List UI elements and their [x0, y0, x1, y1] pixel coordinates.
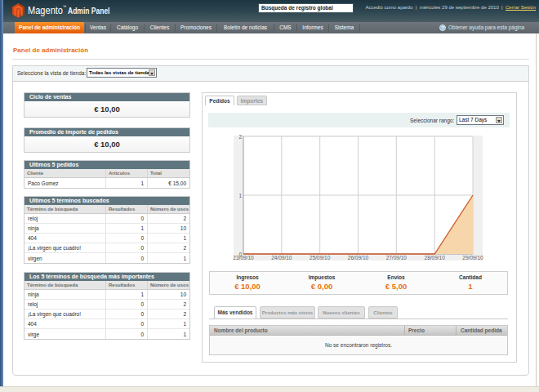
svg-text:29/09/10: 29/09/10 — [462, 255, 483, 261]
svg-text:28/09/10: 28/09/10 — [425, 255, 446, 261]
svg-text:25/09/10: 25/09/10 — [310, 255, 331, 261]
svg-text:27/09/10: 27/09/10 — [386, 255, 408, 261]
svg-text:23/09/10: 23/09/10 — [233, 255, 254, 261]
svg-text:26/09/10: 26/09/10 — [348, 255, 369, 261]
svg-text:24/09/10: 24/09/10 — [271, 255, 292, 261]
svg-text:2: 2 — [238, 134, 242, 140]
svg-text:1: 1 — [238, 193, 242, 198]
